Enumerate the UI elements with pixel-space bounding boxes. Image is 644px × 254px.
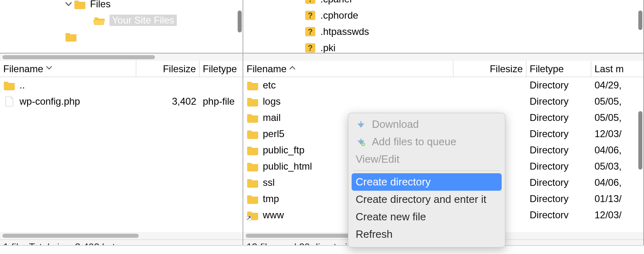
local-columns: Filename Filesize Filetype [0, 61, 243, 77]
filename: tmp [263, 193, 279, 204]
local-pane: Files Your Site Files Filename [0, 0, 243, 254]
lastmodified: 05/05, [591, 112, 643, 123]
file-icon [3, 96, 15, 107]
lastmodified: 04/06, [591, 177, 643, 188]
hscroll-thumb [246, 55, 250, 59]
folder-icon [74, 0, 86, 9]
filetype: Directory [526, 80, 591, 91]
chevron-down-icon [46, 65, 52, 73]
folder-icon [247, 80, 259, 90]
context-menu: Download Add files to queue View/Edit Cr… [348, 113, 505, 248]
local-tree[interactable]: Files Your Site Files [0, 0, 243, 54]
menu-create-directory-enter[interactable]: Create directory and enter it [348, 191, 505, 208]
hscroll-thumb[interactable] [2, 234, 139, 238]
folder-icon [65, 31, 77, 42]
filename: mail [263, 112, 281, 123]
menu-refresh[interactable]: Refresh [348, 226, 505, 243]
table-row[interactable]: logsDirectory05/05, [243, 93, 643, 110]
tree-label: Files [90, 0, 111, 10]
vscroll-thumb[interactable] [238, 11, 242, 32]
tree-item-files[interactable]: Files [0, 0, 243, 12]
filename: wp-config.php [19, 96, 80, 107]
lastmodified: 01/13/ [591, 193, 643, 204]
filetype: php-file [200, 96, 243, 107]
tree-label: .htpasswds [320, 26, 369, 37]
menu-create-new-file[interactable]: Create new file [348, 208, 505, 226]
lastmodified: 12/03/ [591, 128, 643, 140]
tree-label-selected: Your Site Files [109, 15, 177, 26]
menu-add-to-queue: Add files to queue [348, 133, 505, 151]
folder-link-icon [247, 210, 259, 220]
filename: ssl [263, 177, 275, 188]
hscroll-thumb[interactable] [2, 55, 155, 59]
col-filesize[interactable]: Filesize [136, 61, 200, 77]
filename: www [263, 209, 284, 221]
col-lastmodified[interactable]: Last m [591, 61, 643, 77]
col-filetype[interactable]: Filetype [200, 61, 243, 77]
filetype: Directory [526, 112, 591, 123]
lastmodified: 12/03/ [591, 209, 643, 221]
filetype: Directory [526, 96, 591, 107]
tree-item-your-site-files[interactable]: Your Site Files [0, 12, 243, 28]
folder-icon [247, 145, 259, 155]
chevron-down-icon[interactable] [65, 0, 72, 8]
filename: perl5 [263, 128, 284, 140]
vscroll-thumb[interactable] [638, 11, 642, 30]
filetype: Directorv [526, 209, 591, 221]
unknown-icon [304, 26, 316, 37]
folder-icon [247, 161, 259, 172]
tree-item-partial[interactable] [0, 28, 243, 45]
local-listing[interactable]: ..wp-config.php3,402php-file [0, 77, 243, 232]
table-row[interactable]: wp-config.php3,402php-file [0, 93, 243, 110]
bottom-strip [0, 245, 644, 254]
menu-view-edit: View/Edit [348, 151, 505, 168]
lastmodified: 05/05, [591, 96, 643, 107]
folder-icon [3, 80, 15, 90]
folder-icon [247, 96, 259, 107]
remote-tree-hscroll[interactable] [243, 54, 643, 61]
folder-icon [247, 177, 259, 188]
tree-label: .cphorde [320, 10, 358, 21]
menu-download: Download [348, 116, 505, 133]
folder-icon [247, 129, 259, 139]
local-list-hscroll[interactable] [0, 232, 243, 239]
lastmodified: 04/06, [591, 144, 643, 156]
tree-item[interactable]: .cphorde [243, 7, 643, 24]
add-queue-icon [356, 137, 366, 147]
table-row[interactable]: .. [0, 77, 243, 93]
col-filesize[interactable]: Filesize [453, 61, 526, 77]
col-filetype[interactable]: Filetype [526, 61, 591, 77]
menu-separator [353, 170, 500, 171]
col-filename[interactable]: Filename [0, 61, 136, 77]
filename: logs [263, 96, 281, 107]
folder-icon [247, 112, 259, 123]
unknown-icon [304, 10, 316, 21]
remote-columns: Filename Filesize Filetype Last m [243, 61, 643, 77]
filesize: 3,402 [136, 96, 200, 107]
download-icon [356, 119, 366, 130]
filetype: Directory [526, 128, 591, 140]
tree-label: .cpanel [320, 0, 352, 5]
tree-item[interactable]: .pki [243, 40, 643, 54]
filename: etc [263, 80, 276, 91]
lastmodified: 04/29, [591, 80, 643, 91]
remote-tree[interactable]: .cpanel.cphorde.htpasswds.pki [243, 0, 643, 54]
menu-create-directory[interactable]: Create directory [352, 173, 502, 191]
tree-item[interactable]: .htpasswds [243, 24, 643, 40]
table-row[interactable]: etcDirectory04/29, [243, 77, 643, 93]
folder-open-icon [93, 15, 105, 26]
filetype: Directory [526, 161, 591, 172]
vscroll-thumb[interactable] [638, 111, 642, 170]
filename: public_ftp [263, 144, 305, 156]
tree-label: .pki [320, 42, 335, 54]
col-filename[interactable]: Filename [243, 61, 453, 77]
unknown-icon [304, 0, 316, 4]
tree-item[interactable]: .cpanel [243, 0, 643, 7]
filetype: Directory [526, 193, 591, 204]
filetype: Directory [526, 144, 591, 156]
local-tree-hscroll[interactable] [0, 54, 243, 61]
unknown-icon [304, 43, 316, 53]
folder-icon [247, 194, 259, 204]
filename: public_html [263, 161, 312, 172]
filetype: Directory [526, 177, 591, 188]
